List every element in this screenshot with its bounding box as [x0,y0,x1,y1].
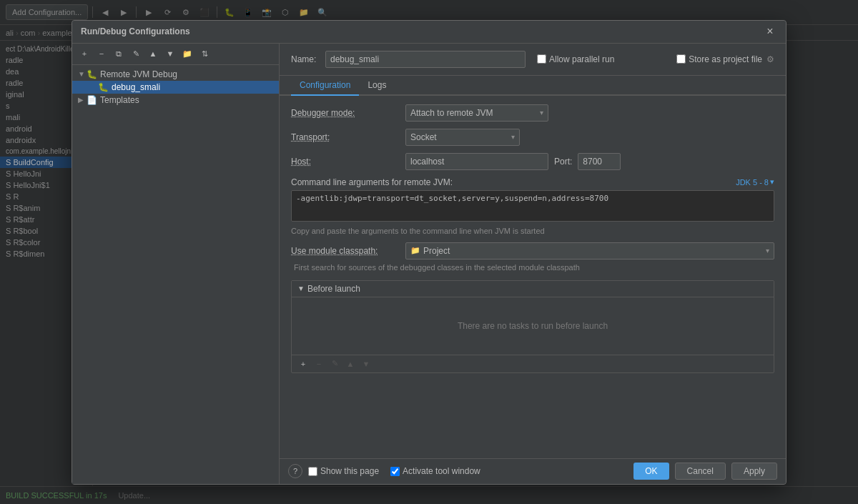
tree-folder-button[interactable]: 📁 [179,46,195,61]
templates-icon: 📄 [87,95,97,105]
tree-item-label-debug-smali: debug_smali [112,82,160,92]
dialog-title: Run/Debug Configurations [81,26,763,36]
store-project-row: Store as project file ⚙ [676,54,774,64]
tree-up-button[interactable]: ▲ [145,46,161,61]
before-launch-content: There are no tasks to run before launch [292,297,774,355]
jdk-arrow-icon: ▾ [770,177,774,187]
dialog-footer: ? Show this page Activate tool window OK… [280,458,786,484]
bl-add-button[interactable]: + [296,357,310,370]
tree-sort-button[interactable]: ⇅ [197,46,212,61]
cmd-textarea[interactable]: -agentlib:jdwp=transport=dt_socket,serve… [291,190,774,222]
apply-button[interactable]: Apply [731,463,777,480]
tree-content: ▼ 🐛 Remote JVM Debug 🐛 debug_smali [72,65,279,484]
tree-remove-button[interactable]: − [94,46,109,61]
debugger-mode-arrow: ▾ [540,109,543,117]
module-classpath-label-text: Use module classpath: [291,246,378,256]
show-page-label: Show this page [320,466,379,476]
dialog-overlay: Run/Debug Configurations × + − ⧉ ✎ ▲ ▼ 📁… [0,0,858,504]
bl-down-button: ▼ [359,357,373,370]
tree-add-button[interactable]: + [77,46,92,61]
port-input[interactable] [578,153,621,170]
tree-toggle-templates[interactable]: ▶ [78,96,87,104]
debugger-mode-row: Debugger mode: Attach to remote JVM ▾ [291,104,774,122]
remote-jvm-icon: 🐛 [87,69,97,79]
ide-background: Add Configuration... ◀ ▶ ▶ ⟳ ⚙ ⬛ 🐛 📱 📸 ⬡… [0,0,858,504]
ok-button[interactable]: OK [633,463,669,480]
module-folder-icon: 📁 [410,246,420,255]
debugger-mode-value: Attach to remote JVM [410,108,493,118]
show-page-row: Show this page [308,466,379,476]
store-project-label: Store as project file [689,54,762,64]
transport-row: Transport: Socket ▾ [291,129,774,146]
before-launch-toolbar: + − ✎ ▲ ▼ [292,355,774,372]
jdk-link[interactable]: JDK 5 - 8 ▾ [736,177,774,187]
allow-parallel-checkbox[interactable] [537,54,546,64]
debug-smali-icon: 🐛 [98,82,109,92]
tab-bar: Configuration Logs [280,76,786,96]
dialog-body: + − ⧉ ✎ ▲ ▼ 📁 ⇅ ▼ 🐛 Remo [72,44,786,484]
bl-remove-button: − [312,357,326,370]
tree-item-debug-smali[interactable]: 🐛 debug_smali [72,81,279,94]
tree-toolbar: + − ⧉ ✎ ▲ ▼ 📁 ⇅ [72,44,279,65]
cmd-label: Command line arguments for remote JVM: [291,177,736,187]
tree-edit-button[interactable]: ✎ [128,46,144,61]
tree-copy-button[interactable]: ⧉ [111,46,127,61]
tree-item-label-templates: Templates [100,95,139,105]
transport-value: Socket [410,132,437,142]
bl-edit-button: ✎ [327,357,342,370]
tree-toggle-remote-jvm[interactable]: ▼ [78,70,87,78]
host-label-text: Host: [291,157,311,167]
transport-label: Transport: [291,132,405,142]
dialog-tree-panel: + − ⧉ ✎ ▲ ▼ 📁 ⇅ ▼ 🐛 Remo [72,44,280,484]
tree-item-label-remote-jvm: Remote JVM Debug [100,69,177,79]
dialog-right-panel: Name: Allow parallel run Store as projec… [280,44,786,484]
show-page-checkbox[interactable] [308,467,317,476]
module-classpath-row: Use module classpath: 📁 Project ▾ [291,242,774,260]
host-label: Host: [291,157,405,167]
jdk-link-text: JDK 5 - 8 [736,178,769,187]
name-row: Name: Allow parallel run Store as projec… [280,44,786,76]
debugger-mode-label-text: Debugger mode: [291,108,355,118]
store-project-gear-icon: ⚙ [766,54,774,64]
activate-tool-label: Activate tool window [403,466,480,476]
tree-item-remote-jvm[interactable]: ▼ 🐛 Remote JVM Debug [72,68,279,81]
module-classpath-value: Project [423,246,450,256]
dialog-close-button[interactable]: × [763,24,777,39]
tab-logs[interactable]: Logs [359,76,395,96]
cmd-section: Command line arguments for remote JVM: J… [291,177,774,235]
tree-item-templates[interactable]: ▶ 📄 Templates [72,94,279,107]
debugger-mode-label: Debugger mode: [291,108,405,118]
module-classpath-arrow: ▾ [766,247,769,255]
bl-up-button: ▲ [343,357,358,370]
name-input[interactable] [325,51,526,68]
host-port-row: Host: Port: [291,153,774,170]
debugger-mode-dropdown[interactable]: Attach to remote JVM ▾ [405,104,548,122]
allow-parallel-row: Allow parallel run [537,54,614,64]
before-launch-section: ▼ Before launch There are no tasks to ru… [291,280,774,373]
no-tasks-text: There are no tasks to run before launch [458,321,608,331]
port-label: Port: [554,157,572,167]
allow-parallel-label: Allow parallel run [549,54,614,64]
name-label: Name: [291,54,320,64]
run-debug-dialog: Run/Debug Configurations × + − ⧉ ✎ ▲ ▼ 📁… [72,20,786,485]
dialog-titlebar: Run/Debug Configurations × [72,21,786,44]
tree-down-button[interactable]: ▼ [162,46,178,61]
before-launch-toggle-icon: ▼ [297,285,305,292]
activate-tool-checkbox[interactable] [390,467,400,476]
before-launch-header[interactable]: ▼ Before launch [292,281,774,297]
tab-configuration[interactable]: Configuration [291,76,359,96]
module-classpath-label: Use module classpath: [291,246,405,256]
host-input[interactable] [405,153,548,170]
cmd-hint: Copy and paste the arguments to the comm… [291,227,774,235]
transport-label-text: Transport: [291,132,330,142]
store-project-checkbox[interactable] [676,54,686,64]
transport-arrow: ▾ [511,133,515,141]
before-launch-title: Before launch [307,284,360,294]
cmd-header: Command line arguments for remote JVM: J… [291,177,774,187]
module-classpath-hint: First search for sources of the debugged… [291,262,774,273]
transport-dropdown[interactable]: Socket ▾ [405,129,520,146]
help-button[interactable]: ? [288,464,302,478]
cancel-button[interactable]: Cancel [675,463,726,480]
config-content: Debugger mode: Attach to remote JVM ▾ Tr… [280,96,786,458]
module-classpath-dropdown[interactable]: 📁 Project ▾ [405,242,774,260]
